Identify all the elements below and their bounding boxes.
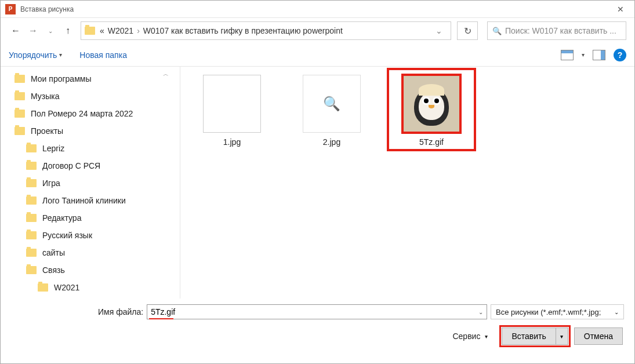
filetype-filter[interactable]: Все рисунки (*.emf;*.wmf;*.jpg; ⌄ (491, 304, 624, 319)
scroll-up-icon[interactable]: ︿ (163, 70, 169, 78)
tree-item[interactable]: Мои программы (1, 70, 180, 88)
address-bar[interactable]: « W2021 › W0107 как вставить гифку в пре… (81, 21, 451, 40)
folder-icon (14, 75, 25, 83)
folder-icon (14, 127, 25, 135)
close-button[interactable]: ✕ (611, 2, 630, 16)
refresh-button[interactable]: ↻ (457, 21, 478, 40)
tree-item[interactable]: Игра (1, 174, 180, 192)
tree-item[interactable]: Русский язык (1, 227, 180, 244)
folder-icon (14, 92, 25, 100)
chevron-down-icon[interactable]: ⌄ (478, 309, 483, 315)
filename-label: Имя файла: (98, 307, 143, 316)
file-item[interactable]: 1.jpg (194, 72, 270, 147)
file-item-selected[interactable]: 5Tz.gif (394, 72, 469, 147)
tools-dropdown[interactable]: Сервис▾ (452, 332, 488, 341)
folder-icon (26, 249, 37, 257)
tree-item[interactable]: Lepriz (1, 140, 180, 157)
file-thumbnail (402, 75, 460, 133)
navbar: ← → ⌄ ↑ « W2021 › W0107 как вставить гиф… (1, 18, 634, 43)
tree-item[interactable]: Договор С РСЯ (1, 157, 180, 174)
search-icon: 🔍 (492, 27, 502, 35)
folder-icon (26, 144, 37, 152)
file-thumbnail: 🔍 (303, 75, 361, 133)
view-dropdown[interactable]: ▾ (582, 52, 585, 58)
tree-item[interactable]: Редактура (1, 209, 180, 227)
folder-icon (14, 110, 25, 118)
tree-item[interactable]: Проекты (1, 122, 180, 140)
folder-icon (85, 27, 95, 35)
new-folder-button[interactable]: Новая папка (79, 50, 127, 60)
tree-item[interactable]: W2021 (1, 279, 180, 296)
tree-item[interactable]: Лого Таниной клиники (1, 192, 180, 209)
breadcrumb-item[interactable]: W2021 (108, 26, 133, 35)
breadcrumb-item[interactable]: W0107 как вставить гифку в презентацию p… (143, 26, 343, 35)
file-name: 2.jpg (294, 137, 369, 147)
titlebar: P Вставка рисунка ✕ (1, 1, 634, 18)
chevron-down-icon: ▾ (485, 333, 488, 340)
chevron-down-icon: ⌄ (614, 309, 619, 315)
folder-icon (26, 179, 37, 187)
folder-icon (26, 196, 37, 205)
window-title: Вставка рисунка (20, 5, 611, 13)
back-button[interactable]: ← (9, 24, 23, 38)
toolbar: Упорядочить▾ Новая папка ▾ ? (1, 43, 634, 67)
folder-icon (26, 231, 37, 239)
forward-button[interactable]: → (26, 24, 40, 38)
tree-item[interactable]: Музыка (1, 88, 180, 105)
file-name: 1.jpg (194, 137, 270, 147)
highlight-underline (149, 318, 173, 319)
up-button[interactable]: ↑ (61, 24, 75, 38)
folder-icon (26, 162, 37, 170)
tree-item[interactable]: Пол Ромеро 24 марта 2022 (1, 105, 180, 122)
organize-button[interactable]: Упорядочить▾ (9, 50, 62, 60)
insert-dropdown[interactable]: ▾ (556, 327, 568, 345)
insert-button[interactable]: Вставить (502, 327, 555, 345)
file-name: 5Tz.gif (394, 137, 469, 147)
breadcrumb-prefix: « (100, 26, 104, 35)
bottom-panel: Имя файла: 5Tz.gif ⌄ Все рисунки (*.emf;… (1, 299, 634, 354)
file-grid[interactable]: 1.jpg 🔍 2.jpg 5Tz.gif (180, 67, 634, 299)
folder-tree[interactable]: ︿ Мои программы Музыка Пол Ромеро 24 мар… (1, 67, 180, 299)
folder-icon (38, 283, 48, 292)
cancel-button[interactable]: Отмена (574, 327, 623, 345)
chevron-down-icon: ▾ (59, 52, 62, 58)
file-item[interactable]: 🔍 2.jpg (294, 72, 369, 147)
chevron-down-icon[interactable]: ⌄ (436, 26, 447, 35)
search-placeholder: Поиск: W0107 как вставить ... (505, 26, 616, 35)
folder-icon (26, 214, 37, 222)
content-area: ︿ Мои программы Музыка Пол Ромеро 24 мар… (1, 67, 634, 299)
tree-item[interactable]: Связь (1, 261, 180, 279)
filename-input[interactable]: 5Tz.gif ⌄ (147, 304, 487, 319)
insert-button-group: Вставить ▾ (502, 327, 568, 345)
preview-pane-icon[interactable] (593, 50, 605, 60)
view-icon[interactable] (561, 50, 574, 60)
help-button[interactable]: ? (614, 49, 626, 61)
chevron-right-icon: › (137, 26, 140, 35)
search-input[interactable]: 🔍 Поиск: W0107 как вставить ... (487, 21, 626, 40)
app-icon: P (5, 4, 16, 14)
recent-dropdown[interactable]: ⌄ (43, 24, 57, 38)
file-thumbnail (203, 75, 261, 133)
folder-icon (26, 266, 37, 274)
tree-item[interactable]: сайты (1, 244, 180, 261)
